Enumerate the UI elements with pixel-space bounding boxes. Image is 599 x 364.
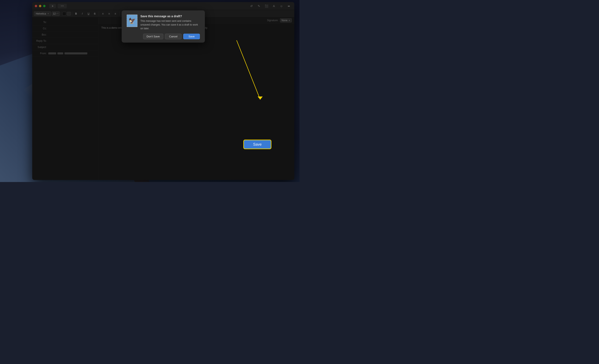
save-draft-dialog: Save this message as a draft? This messa… [122,10,205,42]
dialog-text: Save this message as a draft? This messa… [141,15,200,30]
dialog-body: This message has not been sent and conta… [141,19,200,30]
dialog-header: Save this message as a draft? This messa… [127,15,200,30]
mail-stamp-icon [127,15,138,27]
cancel-button[interactable]: Cancel [165,34,182,39]
dont-save-button[interactable]: Don't Save [143,34,163,39]
save-button[interactable]: Save [183,34,200,39]
dialog-overlay: Save this message as a draft? This messa… [32,2,294,180]
mail-window: ➤ ↺ ✎ ⬛ A ☺ ⬌ Helvetica ▼ 12 ▲▼ B I [32,2,294,180]
dialog-buttons: Don't Save Cancel Save [127,34,200,39]
dialog-title: Save this message as a draft? [141,15,200,18]
